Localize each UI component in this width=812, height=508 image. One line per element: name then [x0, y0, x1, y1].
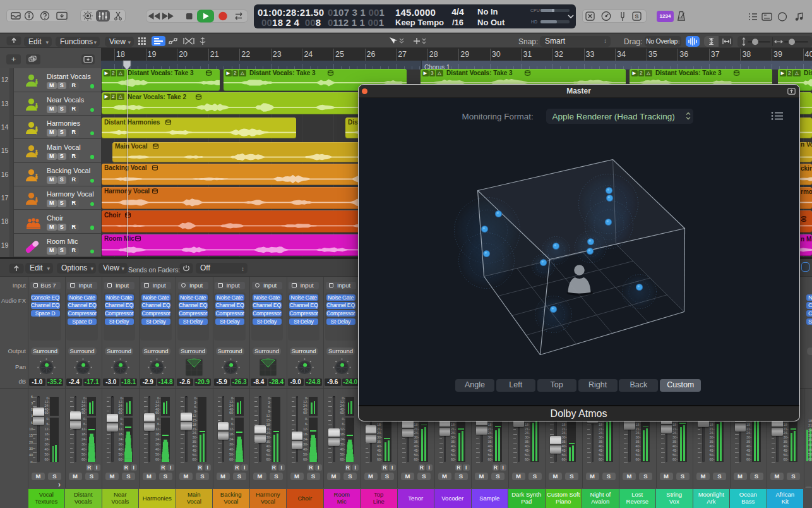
svg-text:S: S [635, 13, 638, 20]
